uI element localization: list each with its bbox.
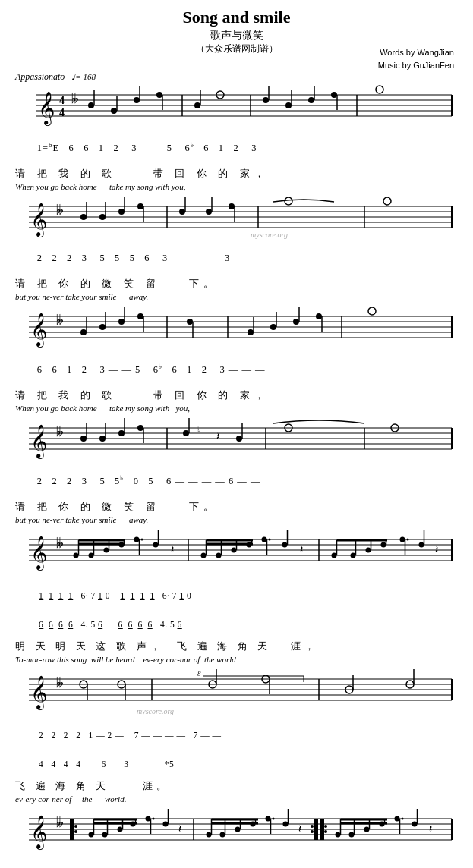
- svg-point-264: [402, 818, 404, 820]
- subtitle-cn: 歌声与微笑: [15, 29, 458, 42]
- en-lyrics-6: ev-ery cor-ner of the world.: [15, 794, 458, 804]
- svg-point-31: [376, 86, 383, 93]
- svg-point-86: [316, 313, 322, 319]
- num-notation-7-wrapper: 1 1 1 1 6· 7 1 0 1 1 1 1 6· 7 1 0 6 6 6 …: [18, 861, 458, 868]
- svg-point-70: [99, 324, 106, 330]
- svg-text:♭: ♭: [197, 425, 201, 433]
- svg-text:myscore.org: myscore.org: [251, 231, 288, 239]
- svg-text:myscore.org: myscore.org: [137, 707, 174, 715]
- svg-point-255: [349, 832, 355, 838]
- staff-6: 𝄞 𝄫 8 myscore.org: [15, 668, 458, 720]
- svg-point-9: [88, 102, 94, 108]
- full-score: Appassionato ♩= 168 𝄞 4 4 𝄫: [15, 71, 458, 868]
- cn-lyrics-2: 请 把 你 的 微 笑 留 下。: [15, 277, 458, 291]
- svg-point-107: [183, 430, 189, 436]
- svg-point-248: [311, 830, 314, 833]
- svg-point-231: [220, 832, 225, 838]
- svg-point-72: [118, 319, 125, 325]
- page: Song and smile 歌声与微笑 （大众乐谱网制谱） Words by …: [0, 0, 473, 868]
- svg-text:𝄫: 𝄫: [56, 536, 64, 549]
- svg-point-51: [206, 209, 212, 215]
- svg-point-263: [395, 816, 400, 822]
- main-title: Song and smile: [15, 8, 458, 27]
- svg-point-225: [163, 822, 169, 827]
- svg-point-49: [179, 209, 185, 215]
- svg-point-222: [146, 816, 151, 822]
- svg-point-138: [153, 542, 159, 548]
- en-lyrics-1: When you go back home take my song with …: [15, 182, 458, 191]
- svg-point-239: [266, 816, 271, 822]
- svg-point-135: [134, 537, 140, 542]
- svg-point-22: [263, 97, 269, 103]
- cn-lyrics-1: 请 把 我 的 歌 带 回 你 的 家，: [15, 167, 458, 181]
- svg-text:𝄞: 𝄞: [30, 313, 47, 348]
- svg-point-259: [364, 827, 370, 832]
- svg-point-240: [273, 818, 275, 820]
- credits-text: Words by WangJian Music by GuJianFen: [378, 46, 454, 71]
- svg-point-59: [383, 197, 391, 205]
- en-lyrics-3: When you go back home take my song with …: [15, 404, 458, 413]
- num-notation-4: 2 2 2 3 5 5♭ 0 5 6 — — — — 6 — —: [18, 463, 458, 498]
- svg-point-171: [419, 542, 424, 548]
- num-notation-6-bot: 4 4 4 4 6 3 *5: [18, 750, 458, 778]
- svg-point-218: [118, 827, 123, 832]
- svg-text:𝄫: 𝄫: [71, 92, 79, 105]
- svg-point-166: [381, 542, 386, 548]
- svg-point-153: [269, 539, 271, 541]
- svg-text:𝄽: 𝄽: [429, 825, 432, 832]
- svg-point-212: [89, 832, 94, 838]
- svg-point-161: [351, 553, 356, 558]
- svg-text:𝄫: 𝄫: [56, 313, 64, 326]
- svg-point-111: [236, 436, 242, 442]
- num-notation-3: 6 6 1 2 3 — — 5 6♭ 6 1 2 3 — — —: [18, 351, 458, 387]
- staff-7: 𝄞 𝄫 𝄽: [15, 808, 458, 860]
- svg-point-24: [285, 102, 292, 108]
- svg-point-252: [324, 830, 327, 833]
- svg-point-211: [74, 830, 77, 833]
- svg-point-127: [89, 553, 94, 558]
- num-notation-5-wrapper: 1 1 1 1 6· 7 1 0 1 1 1 1 6· 7 1 0 6 6 6 …: [18, 582, 458, 638]
- svg-point-42: [99, 214, 106, 220]
- svg-point-53: [229, 203, 235, 209]
- svg-text:𝄞: 𝄞: [30, 424, 47, 460]
- svg-point-229: [207, 832, 212, 838]
- svg-point-136: [141, 539, 143, 541]
- svg-point-152: [262, 537, 267, 542]
- svg-text:𝄞: 𝄞: [30, 536, 47, 571]
- svg-point-142: [201, 553, 207, 558]
- svg-point-247: [311, 825, 314, 828]
- svg-point-159: [332, 553, 337, 558]
- svg-point-155: [282, 542, 288, 548]
- cn-lyrics-3: 请 把 我 的 歌 带 回 你 的 家，: [15, 388, 458, 402]
- svg-point-150: [247, 542, 252, 548]
- svg-point-214: [102, 832, 108, 838]
- svg-point-68: [80, 329, 87, 335]
- svg-point-133: [119, 542, 125, 548]
- svg-text:8: 8: [197, 670, 201, 678]
- svg-point-164: [366, 548, 371, 553]
- svg-point-82: [270, 324, 276, 330]
- svg-point-235: [235, 827, 241, 832]
- staff-1: 𝄞 4 4 𝄫: [15, 84, 458, 128]
- staff-5: 𝄞 𝄫 𝄽: [15, 529, 458, 580]
- svg-point-46: [137, 203, 143, 209]
- en-lyrics-4: but you ne-ver take your smile away.: [15, 515, 458, 524]
- music-by: Music by GuJianFen: [378, 59, 454, 72]
- svg-point-148: [232, 548, 237, 553]
- svg-text:𝄫: 𝄫: [56, 203, 64, 216]
- staff-3: 𝄞 𝄫: [15, 306, 458, 350]
- svg-point-242: [283, 822, 289, 827]
- svg-text:𝄫: 𝄫: [56, 816, 64, 829]
- svg-text:𝄞: 𝄞: [30, 815, 47, 851]
- svg-point-98: [80, 436, 87, 442]
- cn-lyrics-6: 飞 遍 海 角 天 涯。: [15, 779, 458, 793]
- svg-point-40: [80, 214, 87, 220]
- svg-text:𝄽: 𝄽: [300, 546, 303, 553]
- svg-point-125: [74, 553, 79, 558]
- svg-point-44: [118, 209, 125, 215]
- svg-point-169: [407, 539, 409, 541]
- num-notation-6-top: 2 2 2 2 1 — 2 — 7 — — — — 7 — —: [18, 722, 458, 749]
- svg-point-100: [99, 436, 106, 442]
- svg-text:𝄽: 𝄽: [435, 546, 438, 553]
- svg-text:4: 4: [59, 107, 65, 118]
